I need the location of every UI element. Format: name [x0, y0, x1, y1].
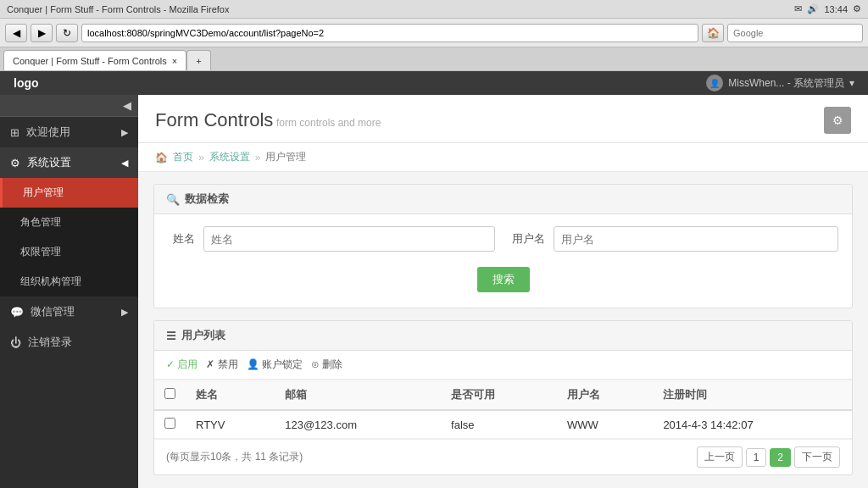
forward-button[interactable]: ▶: [31, 24, 53, 42]
refresh-button[interactable]: ↻: [56, 24, 78, 42]
search-header-label: 数据检索: [185, 191, 229, 207]
page-title: Form Controls: [155, 109, 273, 130]
user-mgmt-label: 用户管理: [23, 186, 64, 200]
sidebar-item-settings[interactable]: ⚙ 系统设置 ◀: [0, 147, 138, 178]
page-header: Form Controls form controls and more ⚙: [138, 95, 868, 143]
disable-button[interactable]: ✗ 禁用: [206, 358, 237, 372]
table-row: RTYV 123@123.com false WWW 2014-4-3 14:4…: [154, 410, 852, 439]
tab-label: Conquer | Form Stuff - Form Controls: [13, 56, 167, 66]
back-button[interactable]: ◀: [5, 24, 27, 42]
col-reg-time: 注册时间: [653, 380, 852, 411]
address-bar[interactable]: [81, 24, 698, 42]
sidebar-item-label: 欢迎使用: [26, 125, 70, 140]
username-label: MissWhen... - 系统管理员: [728, 76, 844, 91]
home-button[interactable]: 🏠: [702, 24, 724, 42]
sidebar-item-label: 系统设置: [27, 155, 71, 170]
app-body: ◀ ⊞ 欢迎使用 ▶ ⚙ 系统设置 ◀ 用户管理 角色管理 权限管理 组织机构管…: [0, 95, 868, 488]
tab-bar: Conquer | Form Stuff - Form Controls × +: [0, 47, 868, 71]
sidebar-item-role-mgmt[interactable]: 角色管理: [0, 208, 138, 237]
home-icon: 🏠: [155, 152, 168, 164]
user-menu[interactable]: 👤 MissWhen... - 系统管理员 ▾: [706, 75, 854, 92]
chevron-left-icon: ◀: [121, 158, 128, 169]
search-header-icon: 🔍: [166, 193, 180, 206]
logout-icon: ⏻: [10, 336, 21, 349]
page-subtitle: form controls and more: [276, 117, 381, 129]
sound-icon: 🔊: [807, 3, 819, 14]
pagination: 上一页 1 2 下一页: [697, 446, 840, 468]
breadcrumb: 🏠 首页 » 系统设置 » 用户管理: [138, 143, 868, 172]
table-actions: ✓ 启用 ✗ 禁用 👤 账户锁定 ⊙ 删除: [154, 351, 852, 380]
col-name: 姓名: [186, 380, 275, 411]
select-all-checkbox[interactable]: [164, 388, 175, 399]
sidebar-item-wechat[interactable]: 💬 微信管理 ▶: [0, 297, 138, 327]
wechat-icon: 💬: [10, 306, 24, 319]
row-email: 123@123.com: [275, 410, 441, 439]
user-table: 姓名 邮箱 是否可用 用户名 注册时间 RTYV: [154, 380, 852, 439]
sidebar: ◀ ⊞ 欢迎使用 ▶ ⚙ 系统设置 ◀ 用户管理 角色管理 权限管理 组织机构管…: [0, 95, 138, 488]
sidebar-toggle[interactable]: ◀: [0, 95, 138, 117]
org-mgmt-label: 组织机构管理: [20, 274, 81, 289]
breadcrumb-settings-link[interactable]: 系统设置: [209, 150, 250, 164]
delete-button[interactable]: ⊙ 删除: [311, 358, 342, 372]
breadcrumb-home-link[interactable]: 首页: [173, 150, 193, 164]
user-table-header: ☰ 用户列表: [154, 321, 852, 351]
lock-button[interactable]: 👤 账户锁定: [247, 358, 303, 372]
tab-close-icon[interactable]: ×: [172, 56, 177, 66]
page-1-button[interactable]: 1: [746, 448, 767, 467]
chevron-right-icon: ▶: [121, 307, 128, 318]
user-table-panel: ☰ 用户列表 ✓ 启用 ✗ 禁用 👤 账户锁定 ⊙ 删除: [153, 320, 853, 475]
search-submit-row: 搜索: [168, 260, 838, 296]
sidebar-item-logout[interactable]: ⏻ 注销登录: [0, 327, 138, 358]
next-page-button[interactable]: 下一页: [794, 446, 840, 468]
new-tab-button[interactable]: +: [186, 50, 210, 70]
titlebar: Conquer | Form Stuff - Form Controls - M…: [0, 0, 868, 19]
breadcrumb-sep-2: »: [255, 152, 261, 164]
breadcrumb-current: 用户管理: [265, 150, 306, 164]
perm-mgmt-label: 权限管理: [20, 245, 61, 259]
welcome-icon: ⊞: [10, 126, 19, 139]
row-enabled: false: [441, 410, 557, 439]
search-section-header: 🔍 数据检索: [154, 185, 852, 214]
col-email: 邮箱: [275, 380, 441, 411]
search-panel: 🔍 数据检索 姓名 用户名 搜索: [153, 184, 853, 308]
titlebar-title: Conquer | Form Stuff - Form Controls - M…: [7, 4, 229, 14]
username-input[interactable]: [554, 226, 839, 252]
settings-icon: ⚙: [853, 3, 861, 14]
row-username: WWW: [557, 410, 653, 439]
sidebar-item-perm-mgmt[interactable]: 权限管理: [0, 237, 138, 267]
email-icon: ✉: [794, 3, 802, 14]
chevron-right-icon: ▶: [121, 127, 128, 138]
settings-gear-icon: ⚙: [10, 157, 20, 169]
app-header: logo 👤 MissWhen... - 系统管理员 ▾: [0, 71, 868, 95]
tab-form-controls[interactable]: Conquer | Form Stuff - Form Controls ×: [3, 50, 186, 70]
prev-page-button[interactable]: 上一页: [697, 446, 743, 468]
sidebar-item-user-mgmt[interactable]: 用户管理: [0, 178, 138, 208]
row-name: RTYV: [186, 410, 275, 439]
clock: 13:44: [824, 4, 848, 14]
sidebar-item-label: 微信管理: [31, 304, 75, 319]
enable-button[interactable]: ✓ 启用: [166, 358, 198, 372]
sidebar-item-welcome[interactable]: ⊞ 欢迎使用 ▶: [0, 117, 138, 147]
row-checkbox-cell: [154, 410, 186, 439]
username-label: 用户名: [512, 231, 545, 247]
page-2-button[interactable]: 2: [770, 448, 791, 467]
row-checkbox[interactable]: [164, 418, 175, 429]
sidebar-item-label: 注销登录: [28, 335, 72, 350]
table-body: RTYV 123@123.com false WWW 2014-4-3 14:4…: [154, 410, 852, 439]
content-body: 🔍 数据检索 姓名 用户名 搜索: [138, 172, 868, 488]
username-group: 用户名: [512, 226, 839, 252]
nav-toolbar: ◀ ▶ ↻ 🏠: [0, 19, 868, 47]
lastname-label: 姓名: [168, 231, 195, 247]
row-reg-time: 2014-4-3 14:42:07: [653, 410, 852, 439]
search-form-row: 姓名 用户名: [168, 226, 838, 252]
role-mgmt-label: 角色管理: [20, 215, 61, 230]
sidebar-item-org-mgmt[interactable]: 组织机构管理: [0, 267, 138, 297]
search-section-body: 姓名 用户名 搜索: [154, 214, 852, 308]
lastname-input[interactable]: [203, 226, 495, 252]
lastname-group: 姓名: [168, 226, 495, 252]
page-settings-button[interactable]: ⚙: [824, 107, 851, 134]
search-button[interactable]: 搜索: [477, 267, 530, 292]
table-footer: (每页显示10条，共 11 条记录) 上一页 1 2 下一页: [154, 439, 852, 474]
col-checkbox: [154, 380, 186, 411]
browser-search-input[interactable]: [727, 24, 863, 42]
